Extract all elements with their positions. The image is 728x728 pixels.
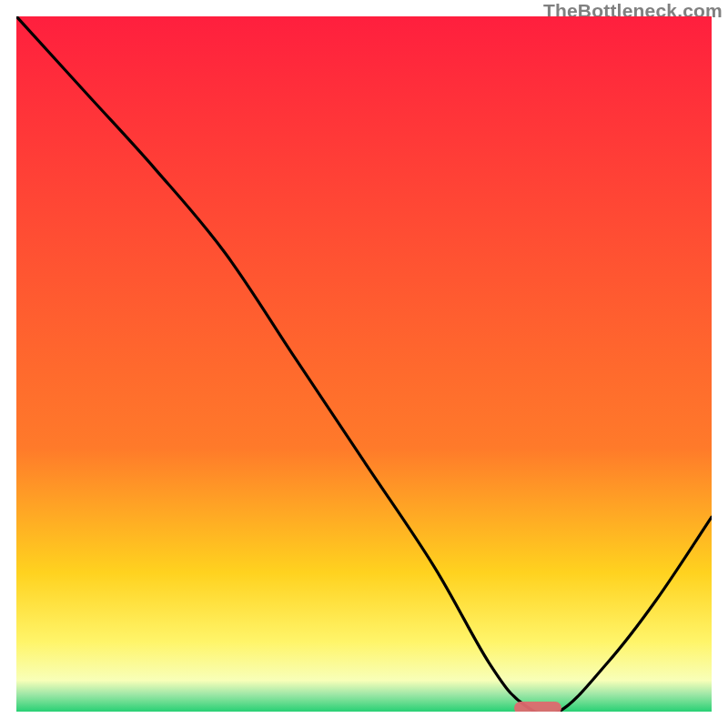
curve-layer [16,16,712,712]
bottleneck-curve [16,16,712,712]
optimal-marker [514,702,561,712]
bottleneck-chart: TheBottleneck.com [0,0,728,728]
plot-area [16,16,712,712]
